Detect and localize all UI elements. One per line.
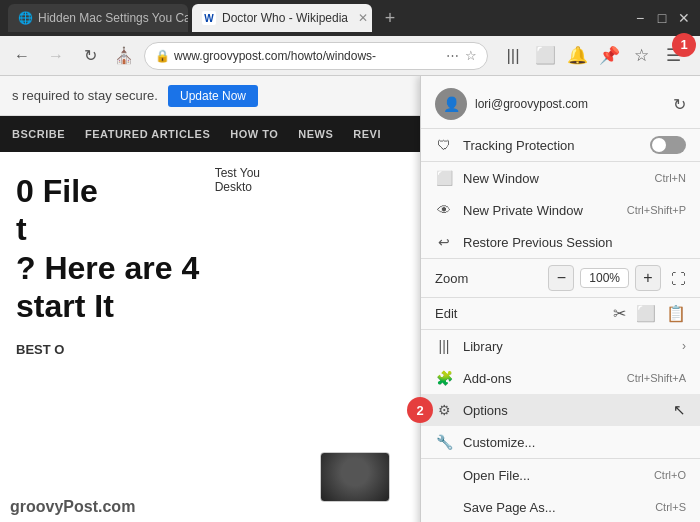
- menu-section-tools: ||| Library › 🧩 Add-ons Ctrl+Shift+A 2 ⚙…: [421, 330, 700, 459]
- site-nav-news[interactable]: NEWS: [298, 128, 333, 140]
- options-icon: ⚙: [435, 401, 453, 419]
- tab1-favicon: 🌐: [18, 11, 32, 25]
- save-page-label: Save Page As...: [463, 500, 645, 515]
- addons-shortcut: Ctrl+Shift+A: [627, 372, 686, 384]
- page-content: s required to stay secure. Update Now BS…: [0, 76, 700, 522]
- tab-2[interactable]: W Doctor Who - Wikipedia ✕: [192, 4, 372, 32]
- save-page-shortcut: Ctrl+S: [655, 501, 686, 513]
- tracking-label: Tracking Protection: [463, 138, 640, 153]
- menu-item-library[interactable]: ||| Library ›: [421, 330, 700, 362]
- home-button[interactable]: ⛪: [110, 42, 138, 70]
- restore-session-label: Restore Previous Session: [463, 235, 686, 250]
- addons-label: Add-ons: [463, 371, 617, 386]
- new-window-icon: ⬜: [435, 169, 453, 187]
- title-bar: 🌐 Hidden Mac Settings You Ca... ✕ W Doct…: [0, 0, 700, 36]
- browser-window: 🌐 Hidden Mac Settings You Ca... ✕ W Doct…: [0, 0, 700, 522]
- library-arrow: ›: [682, 339, 686, 353]
- close-button[interactable]: ✕: [676, 10, 692, 26]
- reload-button[interactable]: ↻: [76, 42, 104, 70]
- site-nav-reviews[interactable]: REVI: [353, 128, 381, 140]
- user-email: lori@groovypost.com: [475, 97, 665, 111]
- url-icons: ⋯ ☆: [446, 48, 477, 63]
- pocket-icon[interactable]: 📌: [594, 41, 624, 71]
- new-tab-icon: +: [385, 8, 396, 29]
- menu-item-tracking[interactable]: 🛡 Tracking Protection: [421, 129, 700, 161]
- notifications-icon[interactable]: 🔔: [562, 41, 592, 71]
- tab2-favicon: W: [202, 11, 216, 25]
- groovy-logo: groovyPost.com: [0, 492, 145, 522]
- site-nav-featured[interactable]: FEATURED ARTICLES: [85, 128, 210, 140]
- menu-section-tracking: 🛡 Tracking Protection: [421, 129, 700, 162]
- addons-icon: 🧩: [435, 369, 453, 387]
- restore-session-icon: ↩: [435, 233, 453, 251]
- url-reader-icon: ⋯: [446, 48, 459, 63]
- menu-item-open-file[interactable]: Open File... Ctrl+O: [421, 459, 700, 491]
- edit-label: Edit: [435, 306, 603, 321]
- minimize-button[interactable]: −: [632, 10, 648, 26]
- cursor-icon: ↖: [673, 401, 686, 419]
- cut-button[interactable]: ✂: [613, 304, 626, 323]
- url-lock-icon: 🔒: [155, 49, 170, 63]
- maximize-button[interactable]: □: [654, 10, 670, 26]
- zoom-row: Zoom − 100% + ⛶: [421, 259, 700, 298]
- url-text: www.groovypost.com/howto/windows-: [174, 49, 446, 63]
- menu-item-customize[interactable]: 🔧 Customize...: [421, 426, 700, 458]
- window-controls: − □ ✕: [632, 10, 692, 26]
- synced-tabs-icon[interactable]: ⬜: [530, 41, 560, 71]
- library-label: Library: [463, 339, 672, 354]
- library-toolbar-icon[interactable]: |||: [498, 41, 528, 71]
- bookmark-icon[interactable]: ☆: [626, 41, 656, 71]
- menu-button-wrapper: ☰ 1: [658, 41, 688, 71]
- zoom-in-button[interactable]: +: [635, 265, 661, 291]
- menu-section-file: Open File... Ctrl+O Save Page As... Ctrl…: [421, 459, 700, 522]
- menu-header: 👤 lori@groovypost.com ↻: [421, 76, 700, 129]
- zoom-label: Zoom: [435, 271, 542, 286]
- menu-item-save-page[interactable]: Save Page As... Ctrl+S: [421, 491, 700, 522]
- toolbar-icons: ||| ⬜ 🔔 📌 ☆ ☰ 1: [494, 41, 692, 71]
- tracking-toggle[interactable]: [650, 136, 686, 154]
- fullscreen-button[interactable]: ⛶: [671, 270, 686, 287]
- new-window-label: New Window: [463, 171, 645, 186]
- sync-button[interactable]: ↻: [673, 95, 686, 114]
- tracking-icon: 🛡: [435, 136, 453, 154]
- tab2-close[interactable]: ✕: [358, 11, 368, 25]
- menu-item-new-window[interactable]: ⬜ New Window Ctrl+N: [421, 162, 700, 194]
- copy-button[interactable]: ⬜: [636, 304, 656, 323]
- private-window-icon: 👁: [435, 201, 453, 219]
- new-window-shortcut: Ctrl+N: [655, 172, 686, 184]
- site-nav-howto[interactable]: HOW TO: [230, 128, 278, 140]
- menu-item-private-window[interactable]: 👁 New Private Window Ctrl+Shift+P: [421, 194, 700, 226]
- menu-item-addons[interactable]: 🧩 Add-ons Ctrl+Shift+A: [421, 362, 700, 394]
- open-file-icon: [435, 466, 453, 484]
- menu-section-windows: ⬜ New Window Ctrl+N 👁 New Private Window…: [421, 162, 700, 259]
- tab1-label: Hidden Mac Settings You Ca...: [38, 11, 188, 25]
- user-avatar: 👤: [435, 88, 467, 120]
- site-nav-subscribe[interactable]: BSCRIBE: [12, 128, 65, 140]
- nav-bar: ← → ↻ ⛪ 🔒 www.groovypost.com/howto/windo…: [0, 36, 700, 76]
- update-now-button[interactable]: Update Now: [168, 85, 258, 107]
- update-message: s required to stay secure.: [12, 88, 158, 103]
- menu-item-options[interactable]: 2 ⚙ Options ↖: [421, 394, 700, 426]
- open-file-label: Open File...: [463, 468, 644, 483]
- menu-item-restore-session[interactable]: ↩ Restore Previous Session: [421, 226, 700, 258]
- article-thumbnail: [320, 452, 390, 502]
- tab-1[interactable]: 🌐 Hidden Mac Settings You Ca... ✕: [8, 4, 188, 32]
- forward-button[interactable]: →: [42, 42, 70, 70]
- customize-label: Customize...: [463, 435, 686, 450]
- tab2-label: Doctor Who - Wikipedia: [222, 11, 348, 25]
- step2-badge: 2: [407, 397, 433, 423]
- save-page-icon: [435, 498, 453, 516]
- new-tab-button[interactable]: +: [376, 4, 404, 32]
- url-bar[interactable]: 🔒 www.groovypost.com/howto/windows- ⋯ ☆: [144, 42, 488, 70]
- firefox-menu: 👤 lori@groovypost.com ↻ 🛡 Tracking Prote…: [420, 76, 700, 522]
- back-button[interactable]: ←: [8, 42, 36, 70]
- edit-row: Edit ✂ ⬜ 📋: [421, 298, 700, 330]
- step1-badge: 1: [672, 33, 696, 57]
- test-label: Test You Deskto: [215, 166, 260, 194]
- customize-icon: 🔧: [435, 433, 453, 451]
- zoom-out-button[interactable]: −: [548, 265, 574, 291]
- options-label: Options: [463, 403, 686, 418]
- url-bookmark-icon: ☆: [465, 48, 477, 63]
- library-icon: |||: [435, 337, 453, 355]
- paste-button[interactable]: 📋: [666, 304, 686, 323]
